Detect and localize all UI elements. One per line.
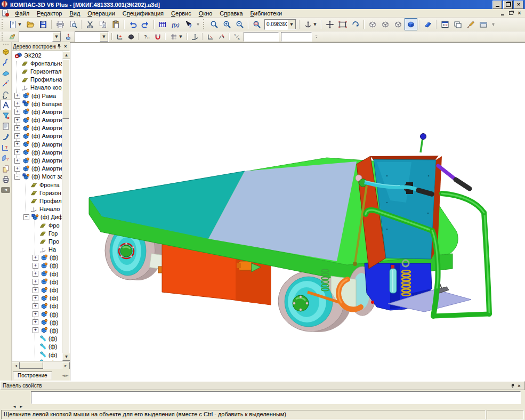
combo-dropdown-icon[interactable]: ▼ xyxy=(52,32,61,42)
close-button[interactable]: × xyxy=(514,1,523,9)
tree-item[interactable]: +(ф) Амортиза xyxy=(12,156,62,164)
tree-item[interactable]: −(ф) Диф xyxy=(12,213,62,221)
tree-item[interactable]: +(ф) xyxy=(12,318,62,326)
menu-item-6[interactable]: Сервис xyxy=(167,10,195,17)
tree-item[interactable]: (ф) xyxy=(12,335,62,343)
expand-icon[interactable]: + xyxy=(14,109,20,115)
tree-item[interactable]: Горизон xyxy=(12,189,62,197)
help-cursor-button[interactable]: ? xyxy=(182,18,195,30)
scroll-down-icon[interactable]: ▼ xyxy=(62,353,70,361)
orientation-button[interactable]: ▼ xyxy=(302,18,319,30)
collapse-icon[interactable]: − xyxy=(23,214,29,220)
scroll-thumb-h[interactable] xyxy=(20,362,43,369)
save-floppy-button[interactable] xyxy=(37,18,50,30)
tree-item[interactable]: Фро xyxy=(12,221,62,229)
cube-shaded-button[interactable] xyxy=(405,18,417,30)
trim-button[interactable] xyxy=(216,31,227,42)
conditions-icon[interactable]: ? xyxy=(0,142,11,153)
combo-dropdown-icon[interactable]: ▼ xyxy=(100,32,108,42)
cube-hidden-button[interactable] xyxy=(379,18,392,30)
specification-icon[interactable] xyxy=(0,121,11,132)
zoom-frame-button[interactable] xyxy=(251,18,263,30)
pin-icon[interactable] xyxy=(56,43,62,50)
new-document-button[interactable]: ▼ xyxy=(6,18,24,30)
tree-item[interactable]: Гор xyxy=(12,229,62,237)
antenna-lever[interactable] xyxy=(421,134,426,153)
message-field[interactable] xyxy=(31,391,521,404)
tree-item[interactable]: Начало xyxy=(12,205,62,213)
expand-icon[interactable]: + xyxy=(14,149,20,155)
tree-item[interactable]: Фронта xyxy=(12,181,62,189)
menu-item-7[interactable]: Окно xyxy=(195,10,216,17)
dropdown-arrow-icon[interactable]: ▼ xyxy=(313,22,317,27)
extrude-button[interactable] xyxy=(62,31,74,42)
combo-dropdown-icon[interactable]: ▼ xyxy=(287,20,296,29)
cut-scissors-button[interactable] xyxy=(84,18,96,30)
mates-icon[interactable] xyxy=(0,89,11,100)
rotate-button[interactable] xyxy=(349,18,362,30)
state-combo[interactable]: ▼ xyxy=(75,31,109,42)
tree-item[interactable]: +(ф) xyxy=(12,270,62,278)
toolbar-field[interactable] xyxy=(244,32,279,42)
expand-icon[interactable]: + xyxy=(33,255,38,261)
new-window-button[interactable] xyxy=(451,18,464,30)
tree-item[interactable]: +(ф) xyxy=(12,254,62,262)
props-tab-next-icon[interactable]: ► xyxy=(20,405,22,409)
variables-button[interactable] xyxy=(156,18,169,30)
tree-item[interactable]: (ф) xyxy=(12,351,62,359)
tree-item[interactable]: Про xyxy=(12,237,62,245)
paste-button[interactable] xyxy=(109,18,122,30)
props-pin-icon[interactable] xyxy=(510,383,516,389)
purple-lever[interactable] xyxy=(438,166,470,189)
tree-item[interactable]: Фронтальна xyxy=(12,59,62,67)
tree-item[interactable]: +(ф) Амортиза xyxy=(12,165,62,173)
expand-icon[interactable]: + xyxy=(14,117,20,123)
expand-icon[interactable]: + xyxy=(14,166,20,172)
snap-question-button[interactable]: ?.. xyxy=(141,31,152,42)
close-tree-icon[interactable]: × xyxy=(62,43,69,50)
restore-button[interactable] xyxy=(503,1,513,9)
menu-item-8[interactable]: Справка xyxy=(216,10,246,17)
tree-item[interactable]: +(ф) Амортиза xyxy=(12,140,62,148)
expand-icon[interactable]: + xyxy=(33,279,38,285)
edit-part-icon[interactable] xyxy=(0,46,11,57)
rebuild-button[interactable] xyxy=(439,18,451,30)
conditions-alt-icon[interactable]: ? xyxy=(0,153,11,164)
collapse-icon[interactable]: − xyxy=(14,174,20,180)
zoom-in-button[interactable] xyxy=(221,18,233,30)
dropdown-arrow-icon[interactable]: ▼ xyxy=(18,22,22,27)
reports-icon[interactable] xyxy=(0,132,11,142)
panel-button[interactable] xyxy=(477,18,490,30)
model-ek202[interactable] xyxy=(70,43,525,381)
child-close-button[interactable]: × xyxy=(516,10,523,17)
tab-postroenie[interactable]: Построение xyxy=(13,371,52,379)
local-csys-button[interactable] xyxy=(114,31,125,42)
menu-item-4[interactable]: Операции xyxy=(84,10,118,17)
tree-item[interactable]: +(ф) Амортиза xyxy=(12,124,62,132)
state-combo[interactable]: ▼ xyxy=(19,31,61,42)
expand-icon[interactable]: + xyxy=(14,101,20,107)
tree-item[interactable]: +(ф) xyxy=(12,326,62,334)
expand-icon[interactable]: + xyxy=(14,93,20,99)
brush-button[interactable] xyxy=(464,18,477,30)
tree-item[interactable]: +(ф) xyxy=(12,278,62,286)
halftone-button[interactable] xyxy=(422,18,434,30)
tree-item[interactable]: ЭК202 xyxy=(12,51,62,59)
tree-item[interactable]: +(ф) Амортиза xyxy=(12,132,62,140)
expand-icon[interactable]: + xyxy=(33,271,38,277)
menu-item-3[interactable]: Вид xyxy=(66,10,84,17)
3d-viewport[interactable] xyxy=(70,42,525,381)
toolbar-grip[interactable] xyxy=(2,33,5,41)
menu-item-9[interactable]: Библиотеки xyxy=(247,10,286,17)
fx-button[interactable]: f(x) xyxy=(169,18,182,30)
tree-item[interactable]: +(ф) xyxy=(12,286,62,294)
menu-item-5[interactable]: Спецификация xyxy=(119,10,167,17)
tree-item[interactable]: +(ф) Батарея xyxy=(12,100,62,108)
show-all-button[interactable] xyxy=(336,18,349,30)
overflow-down-button[interactable] xyxy=(313,31,320,42)
expand-icon[interactable]: + xyxy=(33,263,38,269)
cube-wireframe-button[interactable] xyxy=(366,18,379,30)
yx-button[interactable]: YX xyxy=(231,31,243,42)
axes-button[interactable] xyxy=(189,31,200,42)
document-icon[interactable] xyxy=(2,10,9,17)
